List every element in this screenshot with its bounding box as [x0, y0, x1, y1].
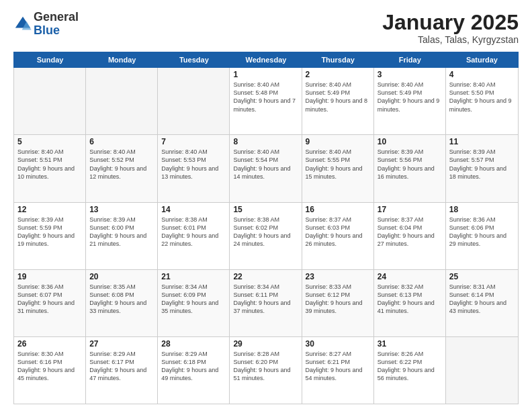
day-info: Sunrise: 8:40 AM Sunset: 5:55 PM Dayligh… [306, 148, 370, 181]
day-info: Sunrise: 8:40 AM Sunset: 5:50 PM Dayligh… [449, 81, 515, 113]
day-cell-18: 18Sunrise: 8:36 AM Sunset: 6:06 PM Dayli… [446, 203, 518, 269]
day-cell-4: 4Sunrise: 8:40 AM Sunset: 5:50 PM Daylig… [446, 68, 518, 134]
day-info: Sunrise: 8:36 AM Sunset: 6:07 PM Dayligh… [17, 283, 82, 316]
day-cell-21: 21Sunrise: 8:34 AM Sunset: 6:09 PM Dayli… [158, 270, 230, 336]
day-number: 17 [378, 205, 442, 214]
calendar: SundayMondayTuesdayWednesdayThursdayFrid… [13, 52, 519, 404]
day-info: Sunrise: 8:39 AM Sunset: 5:57 PM Dayligh… [449, 148, 515, 181]
header-day-monday: Monday [86, 52, 158, 67]
day-cell-29: 29Sunrise: 8:28 AM Sunset: 6:20 PM Dayli… [230, 337, 302, 404]
day-number: 28 [161, 339, 226, 349]
day-cell-12: 12Sunrise: 8:39 AM Sunset: 5:59 PM Dayli… [14, 203, 86, 269]
day-number: 15 [233, 205, 298, 214]
day-info: Sunrise: 8:28 AM Sunset: 6:20 PM Dayligh… [233, 350, 298, 383]
logo-blue-label: Blue [34, 24, 79, 38]
day-number: 11 [449, 137, 515, 146]
day-number: 8 [233, 137, 298, 146]
day-cell-3: 3Sunrise: 8:40 AM Sunset: 5:49 PM Daylig… [374, 68, 446, 134]
logo-general-label: General [34, 11, 79, 24]
day-info: Sunrise: 8:36 AM Sunset: 6:06 PM Dayligh… [449, 216, 515, 248]
day-cell-31: 31Sunrise: 8:26 AM Sunset: 6:22 PM Dayli… [374, 337, 446, 404]
day-info: Sunrise: 8:38 AM Sunset: 6:02 PM Dayligh… [233, 216, 298, 248]
day-cell-14: 14Sunrise: 8:38 AM Sunset: 6:01 PM Dayli… [158, 203, 230, 269]
day-cell-1: 1Sunrise: 8:40 AM Sunset: 5:48 PM Daylig… [230, 68, 302, 134]
day-info: Sunrise: 8:40 AM Sunset: 5:52 PM Dayligh… [89, 148, 154, 181]
day-number: 16 [306, 205, 370, 214]
day-number: 7 [161, 137, 226, 146]
day-cell-22: 22Sunrise: 8:34 AM Sunset: 6:11 PM Dayli… [230, 270, 302, 336]
day-number: 13 [89, 205, 154, 214]
day-info: Sunrise: 8:27 AM Sunset: 6:21 PM Dayligh… [306, 350, 370, 383]
day-number: 30 [306, 339, 370, 349]
day-info: Sunrise: 8:39 AM Sunset: 5:56 PM Dayligh… [378, 148, 442, 181]
logo-icon [13, 15, 32, 34]
day-cell-6: 6Sunrise: 8:40 AM Sunset: 5:52 PM Daylig… [86, 135, 158, 201]
day-cell-2: 2Sunrise: 8:40 AM Sunset: 5:49 PM Daylig… [302, 68, 374, 134]
day-info: Sunrise: 8:30 AM Sunset: 6:16 PM Dayligh… [17, 350, 82, 383]
page: General Blue January 2025 Talas, Talas, … [0, 0, 532, 411]
day-number: 27 [89, 339, 154, 349]
day-number: 2 [306, 70, 370, 79]
calendar-week-1: 1Sunrise: 8:40 AM Sunset: 5:48 PM Daylig… [14, 68, 518, 135]
day-number: 4 [449, 70, 515, 79]
day-cell-9: 9Sunrise: 8:40 AM Sunset: 5:55 PM Daylig… [302, 135, 374, 201]
calendar-body: 1Sunrise: 8:40 AM Sunset: 5:48 PM Daylig… [13, 68, 519, 404]
day-cell-24: 24Sunrise: 8:32 AM Sunset: 6:13 PM Dayli… [374, 270, 446, 336]
day-number: 26 [17, 339, 82, 349]
month-title: January 2025 [382, 11, 519, 34]
day-number: 10 [378, 137, 442, 146]
calendar-week-4: 19Sunrise: 8:36 AM Sunset: 6:07 PM Dayli… [14, 270, 518, 337]
day-number: 6 [89, 137, 154, 146]
day-cell-19: 19Sunrise: 8:36 AM Sunset: 6:07 PM Dayli… [14, 270, 86, 336]
day-info: Sunrise: 8:37 AM Sunset: 6:04 PM Dayligh… [378, 216, 442, 248]
day-number: 29 [233, 339, 298, 349]
day-number: 12 [17, 205, 82, 214]
day-number: 21 [161, 272, 226, 281]
day-info: Sunrise: 8:40 AM Sunset: 5:49 PM Dayligh… [306, 81, 370, 113]
header-day-wednesday: Wednesday [230, 52, 302, 67]
day-info: Sunrise: 8:38 AM Sunset: 6:01 PM Dayligh… [161, 216, 226, 248]
empty-cell [14, 68, 86, 134]
day-number: 31 [378, 339, 442, 349]
day-info: Sunrise: 8:32 AM Sunset: 6:13 PM Dayligh… [378, 283, 442, 316]
day-cell-16: 16Sunrise: 8:37 AM Sunset: 6:03 PM Dayli… [302, 203, 374, 269]
day-cell-11: 11Sunrise: 8:39 AM Sunset: 5:57 PM Dayli… [446, 135, 518, 201]
day-cell-30: 30Sunrise: 8:27 AM Sunset: 6:21 PM Dayli… [302, 337, 374, 404]
day-info: Sunrise: 8:31 AM Sunset: 6:14 PM Dayligh… [449, 283, 515, 316]
day-info: Sunrise: 8:40 AM Sunset: 5:54 PM Dayligh… [233, 148, 298, 181]
calendar-week-3: 12Sunrise: 8:39 AM Sunset: 5:59 PM Dayli… [14, 203, 518, 270]
day-number: 9 [306, 137, 370, 146]
day-cell-17: 17Sunrise: 8:37 AM Sunset: 6:04 PM Dayli… [374, 203, 446, 269]
day-cell-15: 15Sunrise: 8:38 AM Sunset: 6:02 PM Dayli… [230, 203, 302, 269]
day-info: Sunrise: 8:33 AM Sunset: 6:12 PM Dayligh… [306, 283, 370, 316]
day-cell-27: 27Sunrise: 8:29 AM Sunset: 6:17 PM Dayli… [86, 337, 158, 404]
day-number: 5 [17, 137, 82, 146]
empty-cell [86, 68, 158, 134]
day-number: 14 [161, 205, 226, 214]
day-info: Sunrise: 8:34 AM Sunset: 6:11 PM Dayligh… [233, 283, 298, 316]
empty-cell [158, 68, 230, 134]
day-cell-23: 23Sunrise: 8:33 AM Sunset: 6:12 PM Dayli… [302, 270, 374, 336]
day-number: 19 [17, 272, 82, 281]
title-block: January 2025 Talas, Talas, Kyrgyzstan [382, 11, 519, 45]
day-info: Sunrise: 8:39 AM Sunset: 5:59 PM Dayligh… [17, 216, 82, 248]
day-info: Sunrise: 8:29 AM Sunset: 6:17 PM Dayligh… [89, 350, 154, 383]
day-cell-10: 10Sunrise: 8:39 AM Sunset: 5:56 PM Dayli… [374, 135, 446, 201]
header-day-thursday: Thursday [302, 52, 374, 67]
day-number: 1 [233, 70, 298, 79]
day-number: 20 [89, 272, 154, 281]
day-info: Sunrise: 8:40 AM Sunset: 5:48 PM Dayligh… [233, 81, 298, 113]
day-number: 18 [449, 205, 515, 214]
day-info: Sunrise: 8:29 AM Sunset: 6:18 PM Dayligh… [161, 350, 226, 383]
day-cell-8: 8Sunrise: 8:40 AM Sunset: 5:54 PM Daylig… [230, 135, 302, 201]
day-info: Sunrise: 8:40 AM Sunset: 5:51 PM Dayligh… [17, 148, 82, 181]
day-info: Sunrise: 8:37 AM Sunset: 6:03 PM Dayligh… [306, 216, 370, 248]
day-cell-28: 28Sunrise: 8:29 AM Sunset: 6:18 PM Dayli… [158, 337, 230, 404]
day-number: 22 [233, 272, 298, 281]
day-info: Sunrise: 8:40 AM Sunset: 5:53 PM Dayligh… [161, 148, 226, 181]
day-cell-25: 25Sunrise: 8:31 AM Sunset: 6:14 PM Dayli… [446, 270, 518, 336]
location: Talas, Talas, Kyrgyzstan [382, 34, 519, 45]
header-day-sunday: Sunday [14, 52, 86, 67]
calendar-week-5: 26Sunrise: 8:30 AM Sunset: 6:16 PM Dayli… [14, 337, 518, 404]
logo-text: General Blue [34, 11, 79, 38]
